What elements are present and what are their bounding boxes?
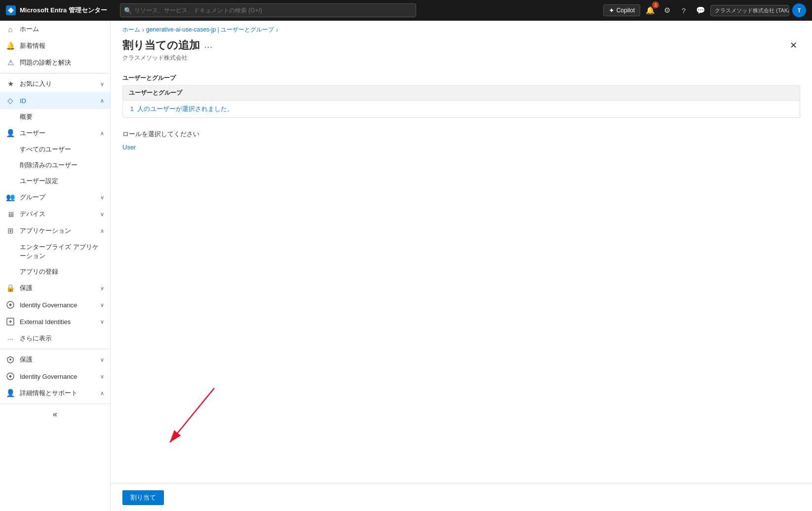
- breadcrumb-sep-1: ›: [142, 27, 144, 34]
- assign-button[interactable]: 割り当て: [122, 490, 164, 505]
- sidebar-divider-1: [0, 73, 110, 73]
- svg-line-6: [170, 388, 214, 442]
- sidebar-label-groups: グループ: [20, 193, 95, 202]
- copilot-label: Copilot: [617, 7, 635, 14]
- sidebar-item-groups[interactable]: 👥 グループ ∨: [0, 189, 110, 206]
- sidebar-label-identity-governance: Identity Governance: [20, 301, 95, 309]
- topbar: Microsoft Entra 管理センター 🔍 ✦ Copilot 🔔 3 ⚙…: [0, 0, 812, 21]
- close-button[interactable]: ✕: [786, 38, 800, 52]
- sidebar-collapse-button[interactable]: «: [0, 406, 110, 423]
- protection-icon: 🔒: [6, 284, 15, 292]
- sidebar-item-identity-governance2[interactable]: Identity Governance ∨: [0, 368, 110, 385]
- sidebar-label-protection: 保護: [20, 284, 95, 292]
- groups-chevron-icon: ∨: [100, 194, 104, 201]
- page-subtitle: クラスメソッド株式会社: [111, 53, 812, 70]
- tenant-selector[interactable]: クラスメソッド株式会社 (TAKA...: [710, 5, 789, 16]
- apps-chevron-icon: ∧: [100, 228, 104, 234]
- sidebar-item-favorites[interactable]: ★ お気に入り ∨: [0, 75, 110, 92]
- page-header: 割り当ての追加 …: [111, 34, 812, 53]
- diagnose-icon: ⚠: [6, 58, 15, 67]
- sidebar-item-show-more[interactable]: ··· さらに表示: [0, 330, 110, 347]
- copilot-button[interactable]: ✦ Copilot: [603, 4, 640, 16]
- main-layout: ⌂ ホーム 🔔 新着情報 ⚠ 問題の診断と解決 ★ お気に入り ∨ ◇ ID ∧…: [0, 21, 812, 511]
- sidebar-item-enterprise-apps[interactable]: エンタープライズ アプリケーション: [0, 239, 110, 264]
- users-groups-section-label: ユーザーとグループ: [111, 70, 812, 85]
- user-avatar[interactable]: T: [792, 3, 806, 17]
- notification-badge: 3: [652, 1, 659, 8]
- role-option-user[interactable]: User: [111, 141, 812, 154]
- sidebar-item-id[interactable]: ◇ ID ∧: [0, 92, 110, 109]
- sidebar-label-user-settings: ユーザー設定: [20, 177, 58, 185]
- app-title: Microsoft Entra 管理センター: [20, 6, 107, 15]
- main-panel: ホーム › generative-ai-use-cases-jp | ユーザーと…: [111, 21, 812, 483]
- sidebar: ⌂ ホーム 🔔 新着情報 ⚠ 問題の診断と解決 ★ お気に入り ∨ ◇ ID ∧…: [0, 21, 111, 511]
- arrow-annotation: [140, 383, 239, 454]
- sidebar-label-apps: アプリケーション: [20, 226, 95, 235]
- protection2-icon: [6, 355, 15, 364]
- sidebar-item-deleted-users[interactable]: 削除済みのユーザー: [0, 157, 110, 173]
- help-button[interactable]: ?: [677, 3, 691, 17]
- app-logo: Microsoft Entra 管理センター: [6, 5, 107, 15]
- selected-users-text[interactable]: １ 人のユーザーが選択されました。: [123, 101, 800, 117]
- sidebar-item-detail-support[interactable]: 👤 詳細情報とサポート ∧: [0, 385, 110, 402]
- page-title: 割り当ての追加: [122, 38, 200, 53]
- sidebar-item-all-users[interactable]: すべてのユーザー: [0, 142, 110, 157]
- collapse-icon: «: [53, 410, 57, 419]
- show-more-icon: ···: [6, 334, 15, 343]
- svg-point-3: [9, 359, 11, 361]
- breadcrumb-home[interactable]: ホーム: [122, 26, 140, 34]
- sidebar-label-home: ホーム: [20, 25, 104, 34]
- ug-box-header: ユーザーとグループ: [123, 86, 800, 101]
- sidebar-item-identity-governance[interactable]: Identity Governance ∨: [0, 296, 110, 313]
- sidebar-item-overview[interactable]: 概要: [0, 109, 110, 125]
- sidebar-label-users: ユーザー: [20, 129, 95, 138]
- users-icon: 👤: [6, 129, 15, 138]
- sidebar-item-user-settings[interactable]: ユーザー設定: [0, 173, 110, 189]
- sidebar-label-show-more: さらに表示: [20, 334, 104, 343]
- sidebar-item-home[interactable]: ⌂ ホーム: [0, 21, 110, 37]
- users-groups-label: ユーザーとグループ: [122, 74, 176, 81]
- identity-governance2-icon: [6, 372, 15, 381]
- detail-support-icon: 👤: [6, 389, 15, 398]
- breadcrumb: ホーム › generative-ai-use-cases-jp | ユーザーと…: [111, 21, 812, 34]
- sidebar-label-favorites: お気に入り: [20, 79, 95, 88]
- feedback-button[interactable]: 💬: [694, 3, 707, 17]
- protection-chevron-icon: ∨: [100, 285, 104, 292]
- settings-button[interactable]: ⚙: [660, 3, 674, 17]
- breadcrumb-app[interactable]: generative-ai-use-cases-jp | ユーザーとグループ: [146, 26, 274, 34]
- sidebar-item-protection[interactable]: 🔒 保護 ∨: [0, 280, 110, 296]
- sidebar-item-external-identities[interactable]: External Identities ∨: [0, 313, 110, 330]
- content-area: ホーム › generative-ai-use-cases-jp | ユーザーと…: [111, 21, 812, 511]
- sidebar-item-news[interactable]: 🔔 新着情報: [0, 37, 110, 54]
- sidebar-item-app-registrations[interactable]: アプリの登録: [0, 264, 110, 280]
- sidebar-divider-2: [0, 349, 110, 349]
- sidebar-item-users[interactable]: 👤 ユーザー ∧: [0, 125, 110, 142]
- favorites-chevron-icon: ∨: [100, 81, 104, 87]
- breadcrumb-sep-2: ›: [276, 27, 278, 34]
- sidebar-label-identity-governance2: Identity Governance: [20, 373, 95, 380]
- search-input[interactable]: [120, 3, 416, 17]
- sidebar-item-devices[interactable]: 🖥 デバイス ∨: [0, 206, 110, 222]
- sidebar-label-devices: デバイス: [20, 210, 95, 219]
- devices-chevron-icon: ∨: [100, 211, 104, 218]
- copilot-icon: ✦: [609, 6, 615, 14]
- sidebar-item-apps[interactable]: ⊞ アプリケーション ∧: [0, 222, 110, 239]
- sidebar-divider-3: [0, 403, 110, 404]
- sidebar-label-protection2: 保護: [20, 355, 95, 364]
- users-groups-box: ユーザーとグループ １ 人のユーザーが選択されました。: [122, 85, 800, 118]
- users-chevron-icon: ∧: [100, 130, 104, 137]
- home-icon: ⌂: [6, 25, 15, 34]
- sidebar-label-id: ID: [20, 97, 95, 105]
- news-icon: 🔔: [6, 41, 15, 50]
- identity-governance-icon: [6, 300, 15, 309]
- bottom-bar: 割り当て: [111, 483, 812, 511]
- detail-support-chevron-icon: ∧: [100, 390, 104, 397]
- more-options-icon[interactable]: …: [204, 40, 213, 50]
- groups-icon: 👥: [6, 193, 15, 202]
- sidebar-label-external-identities: External Identities: [20, 318, 95, 326]
- sidebar-label-overview: 概要: [20, 112, 33, 121]
- sidebar-item-protection2[interactable]: 保護 ∨: [0, 351, 110, 368]
- sidebar-item-diagnose[interactable]: ⚠ 問題の診断と解決: [0, 54, 110, 71]
- sidebar-label-app-registrations: アプリの登録: [20, 267, 58, 276]
- protection2-chevron-icon: ∨: [100, 357, 104, 363]
